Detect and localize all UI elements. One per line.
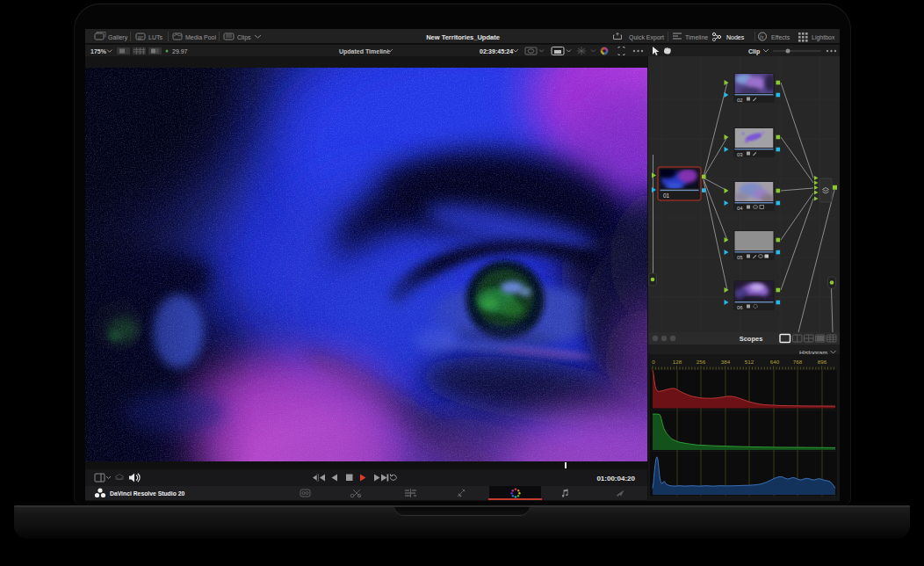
svg-text:LUTs: LUTs: [148, 34, 162, 40]
svg-text:0: 0: [652, 359, 655, 365]
svg-text:03: 03: [737, 152, 743, 157]
svg-text:01: 01: [663, 192, 670, 199]
svg-text:Updated Timeline: Updated Timeline: [339, 48, 390, 55]
svg-text:Quick Export: Quick Export: [629, 34, 664, 41]
svg-text:DaVinci Resolve Studio 20: DaVinci Resolve Studio 20: [110, 490, 184, 497]
svg-text:256: 256: [697, 359, 706, 365]
svg-text:06: 06: [737, 305, 743, 310]
svg-text:fx: fx: [760, 34, 764, 40]
svg-text:01:00:04:20: 01:00:04:20: [596, 475, 635, 483]
svg-text:Effects: Effects: [771, 34, 790, 40]
svg-text:Clips: Clips: [237, 34, 251, 41]
svg-text:512: 512: [745, 359, 754, 365]
svg-text:640: 640: [770, 359, 780, 365]
svg-text:02:39:45:24: 02:39:45:24: [480, 48, 513, 54]
svg-text:05: 05: [737, 255, 743, 260]
svg-text:384: 384: [721, 359, 731, 365]
svg-text:02: 02: [737, 98, 743, 103]
svg-text:Nodes: Nodes: [726, 34, 745, 40]
svg-text:Media Pool: Media Pool: [185, 34, 216, 40]
svg-text:Clip: Clip: [748, 48, 760, 55]
svg-text:Scopes: Scopes: [740, 335, 763, 343]
svg-text:Timeline: Timeline: [685, 34, 708, 40]
svg-text:896: 896: [818, 359, 827, 365]
svg-text:29.97: 29.97: [172, 48, 188, 54]
svg-text:04: 04: [737, 206, 743, 211]
svg-text:128: 128: [673, 359, 682, 365]
svg-text:175%: 175%: [90, 48, 107, 54]
svg-text:Gallery: Gallery: [108, 34, 128, 41]
svg-text:Lightbox: Lightbox: [812, 34, 835, 41]
svg-text:768: 768: [793, 359, 803, 365]
svg-text:New Territories_Update: New Territories_Update: [426, 33, 500, 41]
